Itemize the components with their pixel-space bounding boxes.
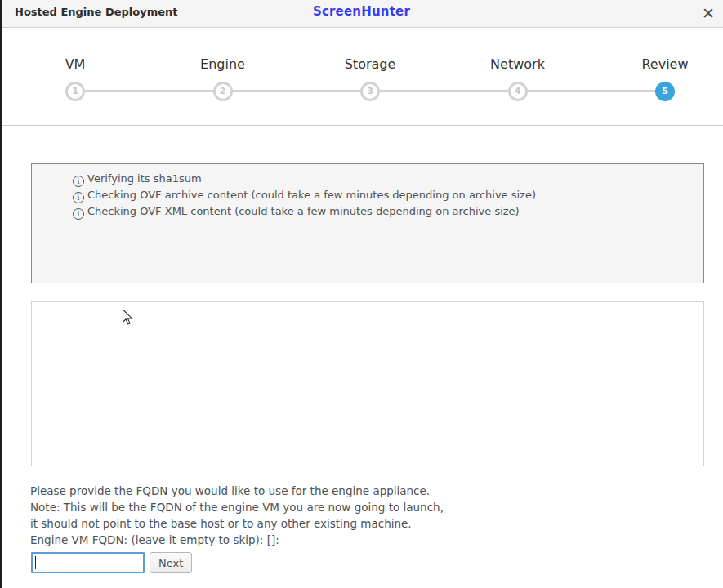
prompt-line: Engine VM FQDN: (leave it empty to skip)… (30, 532, 444, 548)
prompt-line: Please provide the FQDN you would like t… (30, 483, 444, 499)
mouse-cursor-icon (122, 309, 133, 326)
window-left-edge (0, 0, 2, 588)
step-circle: 4 (508, 82, 528, 101)
info-icon: i (73, 192, 84, 203)
step-circle: 3 (360, 82, 380, 101)
log-text: Checking OVF archive content (could take… (87, 189, 536, 201)
step-label: Storage (345, 56, 396, 72)
dialog-title: Hosted Engine Deployment (15, 6, 178, 18)
step-label: Engine (200, 56, 245, 72)
screenhunter-watermark: ScreenHunter (313, 4, 410, 19)
engine-vm-fqdn-input[interactable] (31, 552, 145, 573)
prompt-line: it should not point to the base host or … (30, 515, 444, 532)
log-text: Checking OVF XML content (could take a f… (87, 205, 520, 217)
step-label: Network (490, 56, 545, 72)
step-circle: 1 (65, 82, 85, 101)
log-line: iVerifying its sha1sum (73, 171, 695, 187)
log-box: iVerifying its sha1sumiChecking OVF arch… (31, 163, 704, 283)
step-label: VM (65, 56, 86, 72)
log-text: Verifying its sha1sum (87, 172, 202, 185)
prompt-text: Please provide the FQDN you would like t… (30, 483, 444, 548)
step-label: Review (641, 56, 688, 72)
wizard-stepper: VM1Engine2Storage3Network4Review5 (0, 28, 723, 126)
text-caret (35, 556, 36, 569)
info-icon: i (73, 208, 84, 220)
prompt-line: Note: This will be the FQDN of the engin… (30, 499, 444, 515)
info-icon: i (73, 176, 84, 187)
step-circle: 5 (655, 82, 675, 101)
next-button[interactable]: Next (150, 552, 192, 573)
hosted-engine-deployment-dialog: { "window": { "title": "Hosted Engine De… (0, 0, 723, 588)
close-icon[interactable]: ✕ (702, 3, 715, 23)
dialog-titlebar: Hosted Engine Deployment ScreenHunter ✕ (0, 0, 723, 28)
log-line: iChecking OVF XML content (could take a … (73, 203, 695, 220)
log-line: iChecking OVF archive content (could tak… (73, 187, 695, 203)
step-circle: 2 (213, 82, 233, 101)
terminal-output-box (31, 301, 704, 466)
